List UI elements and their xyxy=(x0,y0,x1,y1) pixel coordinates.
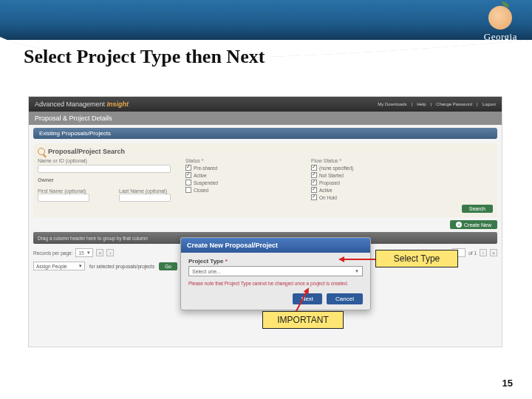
last-name-label: Last Name (optional) xyxy=(119,188,167,194)
status-opt-preshared[interactable]: Pre-shared xyxy=(185,165,296,171)
status-label: Status * xyxy=(185,158,296,163)
application-screenshot: Advanced Management Insight My Downloads… xyxy=(28,96,502,347)
checkbox-icon xyxy=(311,172,317,178)
status-opt-closed[interactable]: Closed xyxy=(185,187,296,193)
next-page-button[interactable]: › xyxy=(480,249,487,256)
create-new-button[interactable]: + Create New xyxy=(450,220,497,229)
link-help[interactable]: Help xyxy=(417,102,426,106)
flow-opt-active[interactable]: Active xyxy=(311,187,422,193)
search-panel: Proposal/Project Search Name or ID (opti… xyxy=(33,143,497,217)
checkbox-icon xyxy=(311,165,317,171)
georgia-logo: Georgia xyxy=(484,6,517,43)
app-brand: Advanced Management Insight xyxy=(35,100,129,108)
checkbox-icon xyxy=(185,187,191,193)
flow-opt-none[interactable]: (none specified) xyxy=(311,165,422,171)
link-my-downloads[interactable]: My Downloads xyxy=(378,102,406,106)
checkbox-icon xyxy=(185,172,191,178)
status-opt-suspended[interactable]: Suspended xyxy=(185,180,296,185)
link-logout[interactable]: Logout xyxy=(482,102,496,106)
project-type-note: Please note that Project Type cannot be … xyxy=(188,281,363,286)
slide-title: Select Project Type then Next xyxy=(24,46,265,68)
checkbox-icon xyxy=(185,165,191,171)
last-name-input[interactable] xyxy=(119,194,171,202)
callout-select-type: Select Type xyxy=(375,250,458,267)
logo-text: Georgia xyxy=(484,31,517,43)
cancel-button[interactable]: Cancel xyxy=(327,293,363,304)
search-button[interactable]: Search xyxy=(462,205,493,213)
first-page-button[interactable]: « xyxy=(96,249,103,256)
records-per-page-select[interactable]: 15▾ xyxy=(75,248,93,257)
header-links: My Downloads| Help| Change Password| Log… xyxy=(378,102,496,106)
name-id-input[interactable] xyxy=(38,165,171,173)
checkbox-icon xyxy=(311,194,317,200)
last-page-button[interactable]: » xyxy=(490,249,497,256)
checkbox-icon xyxy=(311,187,317,193)
checkbox-icon xyxy=(185,180,191,185)
assign-people-hint: for selected proposals/projects xyxy=(89,264,154,269)
next-button[interactable]: Next xyxy=(293,293,322,304)
page-number: 15 xyxy=(502,378,513,389)
subsection-bar: Existing Proposals/Projects xyxy=(33,128,497,139)
page-total: of 1 xyxy=(468,250,477,256)
prev-page-button[interactable]: ‹ xyxy=(106,249,114,256)
project-type-placeholder: Select one... xyxy=(192,269,221,274)
checkbox-icon xyxy=(311,180,317,185)
first-name-label: First Name (optional) xyxy=(38,188,86,194)
arrow-to-select-icon xyxy=(344,259,375,260)
brand-emphasis: Insight xyxy=(107,100,129,108)
status-opt-active[interactable]: Active xyxy=(185,172,296,178)
app-header: Advanced Management Insight My Downloads… xyxy=(29,97,502,112)
project-type-select[interactable]: Select one... ▼ xyxy=(188,266,363,276)
first-name-input[interactable] xyxy=(38,194,89,202)
project-type-label: Project Type * xyxy=(188,258,363,265)
modal-title: Create New Proposal/Project xyxy=(181,238,370,253)
callout-important: IMPORTANT xyxy=(262,311,344,329)
section-bar: Proposal & Project Details xyxy=(29,112,502,125)
name-id-label: Name or ID (optional) xyxy=(38,158,171,163)
owner-label: Owner xyxy=(38,177,171,183)
search-icon xyxy=(38,148,45,155)
search-heading: Proposal/Project Search xyxy=(38,148,493,155)
go-button[interactable]: Go xyxy=(159,262,177,270)
assign-people-select[interactable]: Assign People▾ xyxy=(33,262,85,270)
flow-opt-not-started[interactable]: Not Started xyxy=(311,172,422,178)
flow-status-label: Flow Status * xyxy=(311,158,422,163)
peach-icon xyxy=(488,6,512,30)
flow-opt-on-hold[interactable]: On Hold xyxy=(311,194,422,200)
flow-opt-proposed[interactable]: Proposed xyxy=(311,180,422,185)
create-new-label: Create New xyxy=(464,222,491,228)
plus-icon: + xyxy=(456,222,462,228)
link-change-password[interactable]: Change Password xyxy=(436,102,472,106)
records-per-page-label: Records per page: xyxy=(33,250,72,256)
slide-banner xyxy=(0,0,532,40)
search-heading-text: Proposal/Project Search xyxy=(48,148,125,155)
chevron-down-icon: ▼ xyxy=(355,269,359,273)
brand-prefix: Advanced Management xyxy=(35,100,107,108)
create-proposal-modal: Create New Proposal/Project Project Type… xyxy=(180,237,371,310)
